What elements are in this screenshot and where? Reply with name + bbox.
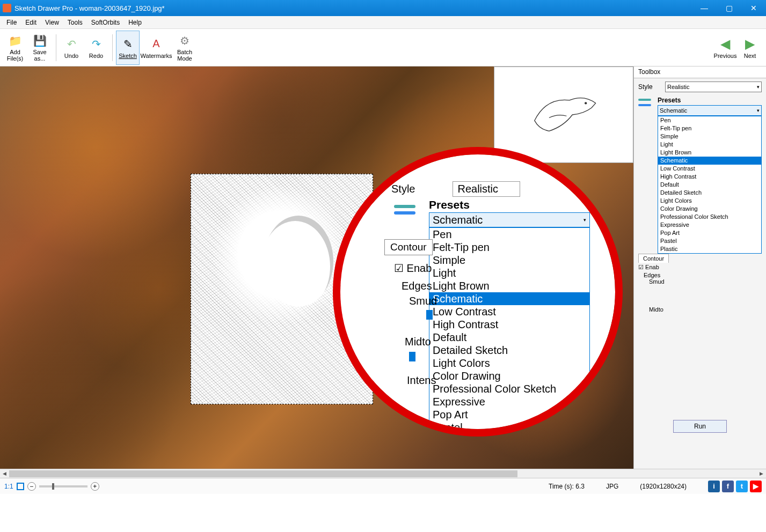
previous-label: Previous bbox=[714, 53, 737, 59]
next-label: Next bbox=[744, 53, 756, 59]
preset-option[interactable]: Low Contrast bbox=[658, 165, 761, 173]
fit-icon[interactable] bbox=[17, 483, 24, 490]
preset-option[interactable]: Pen bbox=[658, 116, 761, 124]
preset-option[interactable]: Light Brown bbox=[429, 279, 589, 292]
zoom-slider[interactable] bbox=[39, 485, 87, 487]
chevron-down-icon: ▾ bbox=[757, 84, 760, 90]
preset-option[interactable]: Schematic bbox=[658, 157, 761, 165]
scroll-right-icon[interactable]: ▶ bbox=[757, 469, 766, 478]
run-button[interactable]: Run bbox=[673, 420, 727, 433]
mag-smudge-slider[interactable] bbox=[426, 310, 433, 320]
preset-option[interactable]: Default bbox=[429, 331, 589, 344]
statusbar: 1:1 − + Time (s): 6.3 JPG (1920x1280x24)… bbox=[0, 478, 766, 494]
style-label: Style bbox=[638, 83, 665, 91]
previous-button[interactable]: ◀ Previous bbox=[713, 31, 737, 65]
add-files-button[interactable]: 📁 Add File(s) bbox=[3, 31, 27, 65]
undo-button[interactable]: ↶ Undo bbox=[60, 31, 83, 65]
mag-style-select[interactable]: Realistic bbox=[453, 181, 520, 197]
titlebar: Sketch Drawer Pro - woman-2003647_1920.j… bbox=[0, 0, 766, 16]
save-as-button[interactable]: 💾 Save as... bbox=[28, 31, 52, 65]
save-as-label: Save as... bbox=[33, 49, 46, 62]
preset-option[interactable]: Color Drawing bbox=[429, 370, 589, 382]
preset-option[interactable]: Light Brown bbox=[658, 149, 761, 157]
preset-option[interactable]: Default bbox=[658, 181, 761, 189]
preset-option[interactable]: Light Colors bbox=[429, 357, 589, 370]
prev-icon: ◀ bbox=[718, 36, 733, 51]
chevron-down-icon: ▾ bbox=[757, 108, 760, 113]
separator bbox=[56, 34, 56, 61]
maximize-button[interactable]: ▢ bbox=[717, 0, 741, 16]
watermarks-label: Watermarks bbox=[141, 53, 172, 59]
svg-point-0 bbox=[585, 102, 587, 104]
preset-option[interactable]: Expressive bbox=[658, 221, 761, 229]
preset-option[interactable]: Light bbox=[429, 267, 589, 279]
presets-label: Presets bbox=[653, 95, 766, 105]
zoom-in-button[interactable]: + bbox=[91, 482, 99, 491]
preset-option[interactable]: Low Contrast bbox=[429, 305, 589, 318]
preset-option[interactable]: Plastic bbox=[658, 245, 761, 253]
menu-edit[interactable]: Edit bbox=[21, 18, 41, 27]
preset-option[interactable]: Pop Art bbox=[658, 229, 761, 237]
mag-smudge-label: Smud bbox=[409, 295, 437, 307]
preset-option[interactable]: Detailed Sketch bbox=[658, 189, 761, 197]
sketch-label: Sketch bbox=[119, 53, 137, 59]
time-label: Time (s): 6.3 bbox=[549, 483, 585, 490]
mag-midtones-slider[interactable] bbox=[409, 352, 415, 361]
preset-option[interactable]: Pastel bbox=[658, 237, 761, 245]
facebook-icon[interactable]: f bbox=[722, 481, 734, 492]
thumbnail-panel[interactable] bbox=[494, 66, 633, 163]
enable-checkbox[interactable]: ☑ Enab bbox=[634, 263, 766, 272]
preset-option[interactable]: High Contrast bbox=[658, 173, 761, 181]
preset-option[interactable]: High Contrast bbox=[429, 318, 589, 331]
next-button[interactable]: ▶ Next bbox=[738, 31, 762, 65]
menu-softorbits[interactable]: SoftOrbits bbox=[87, 18, 124, 27]
preset-option[interactable]: Professional Color Sketch bbox=[429, 382, 589, 395]
presets-dropdown[interactable]: PenFelt-Tip penSimpleLightLight BrownSch… bbox=[658, 116, 762, 254]
sketch-button[interactable]: ✎ Sketch bbox=[116, 31, 140, 65]
preset-option[interactable]: Felt-Tip pen bbox=[429, 241, 589, 254]
presets-select[interactable]: Schematic ▾ bbox=[658, 105, 762, 116]
preset-option[interactable]: Color Drawing bbox=[658, 205, 761, 213]
scroll-left-icon[interactable]: ◀ bbox=[0, 469, 9, 478]
preset-option[interactable]: Simple bbox=[429, 254, 589, 267]
preset-option[interactable]: Felt-Tip pen bbox=[658, 124, 761, 132]
mag-contour-tab[interactable]: Contour bbox=[384, 239, 433, 255]
twitter-icon[interactable]: t bbox=[736, 481, 748, 492]
horizontal-scrollbar[interactable]: ◀ ▶ bbox=[0, 469, 766, 478]
preset-option[interactable]: Schematic bbox=[429, 292, 589, 305]
menu-tools[interactable]: Tools bbox=[63, 18, 87, 27]
zoom-out-button[interactable]: − bbox=[27, 482, 36, 491]
contour-tab[interactable]: Contour bbox=[638, 254, 669, 263]
preset-option[interactable]: Pen bbox=[429, 228, 589, 241]
close-button[interactable]: ✕ bbox=[741, 0, 766, 16]
info-icon[interactable]: i bbox=[708, 481, 720, 492]
batch-mode-button[interactable]: ⚙ Batch Mode bbox=[173, 31, 196, 65]
menu-view[interactable]: View bbox=[41, 18, 63, 27]
youtube-icon[interactable]: ▶ bbox=[750, 481, 762, 492]
save-icon: 💾 bbox=[32, 33, 47, 48]
batch-label: Batch Mode bbox=[177, 49, 192, 62]
menu-help[interactable]: Help bbox=[124, 18, 146, 27]
menu-file[interactable]: File bbox=[2, 18, 21, 27]
preset-option[interactable]: Light bbox=[658, 141, 761, 149]
redo-icon: ↷ bbox=[89, 36, 104, 51]
edges-group-label: Edges bbox=[634, 272, 766, 278]
redo-button[interactable]: ↷ Redo bbox=[84, 31, 108, 65]
mag-preset-select[interactable]: Schematic ▾ bbox=[429, 212, 590, 227]
bird-sketch-icon bbox=[529, 83, 599, 147]
style-select[interactable]: Realistic ▾ bbox=[665, 82, 762, 92]
toolbox-header: Toolbox bbox=[634, 66, 766, 78]
preset-option[interactable]: Light Colors bbox=[658, 197, 761, 205]
mag-intensity-label: Intens bbox=[407, 374, 436, 387]
minimize-button[interactable]: — bbox=[692, 0, 717, 16]
mag-enable-checkbox[interactable]: ☑ Enab bbox=[394, 262, 432, 275]
watermarks-button[interactable]: A Watermarks bbox=[141, 31, 172, 65]
next-icon: ▶ bbox=[742, 36, 757, 51]
preset-option[interactable]: Professional Color Sketch bbox=[658, 213, 761, 221]
zoom-ratio[interactable]: 1:1 bbox=[4, 483, 13, 490]
add-files-label: Add File(s) bbox=[7, 49, 24, 62]
preset-option[interactable]: Simple bbox=[658, 132, 761, 141]
preset-option[interactable]: Detailed Sketch bbox=[429, 344, 589, 357]
scrollbar-thumb[interactable] bbox=[9, 470, 517, 477]
smudge-label: Smud bbox=[634, 278, 766, 285]
